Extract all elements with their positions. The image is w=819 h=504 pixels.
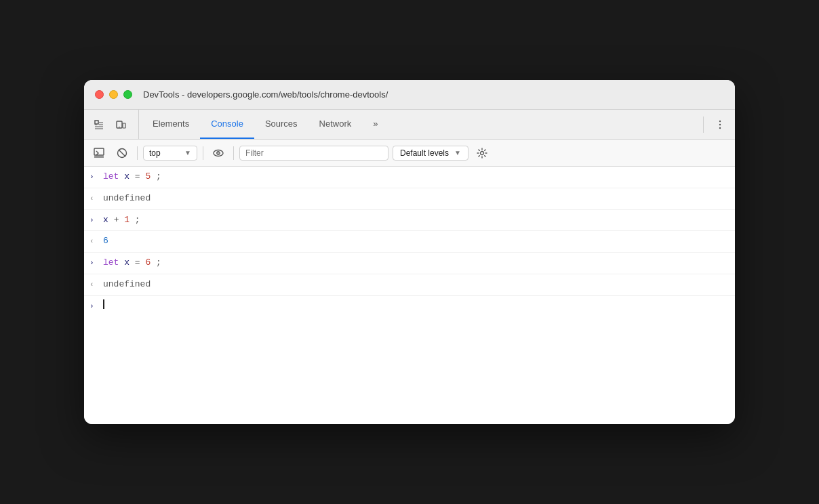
maximize-button[interactable] [123, 90, 132, 99]
console-row-prompt[interactable]: › [84, 296, 735, 316]
svg-line-10 [119, 150, 125, 156]
tab-network[interactable]: Network [308, 110, 363, 139]
console-cursor [103, 299, 104, 309]
toolbar-separator-3 [233, 146, 234, 160]
tab-sources[interactable]: Sources [254, 110, 308, 139]
input-chevron: › [89, 171, 98, 184]
svg-point-4 [719, 120, 721, 121]
close-button[interactable] [95, 90, 104, 99]
tabbar-left-icons [89, 110, 139, 139]
settings-icon[interactable] [473, 144, 492, 163]
inspect-element-icon[interactable] [89, 115, 108, 134]
console-toolbar: top ▼ Default levels ▼ [84, 140, 735, 167]
log-levels-button[interactable]: Default levels ▼ [393, 146, 468, 161]
svg-rect-7 [94, 148, 104, 155]
console-code-3: let x = 6 ; [103, 256, 161, 270]
filter-input[interactable] [239, 146, 388, 161]
console-row-5: › let x = 6 ; [84, 253, 735, 274]
output-chevron-2: ‹ [89, 236, 98, 248]
separator [703, 117, 704, 133]
prompt-chevron: › [89, 301, 98, 313]
console-row-4: ‹ 6 [84, 231, 735, 253]
context-selector[interactable]: top ▼ [143, 146, 197, 161]
svg-point-13 [218, 152, 219, 154]
svg-point-5 [719, 123, 721, 125]
tabbar-right-icons [699, 110, 730, 139]
titlebar: DevTools - developers.google.com/web/too… [84, 80, 735, 110]
svg-rect-2 [123, 123, 125, 128]
tab-elements[interactable]: Elements [142, 110, 200, 139]
svg-rect-0 [95, 121, 98, 124]
svg-point-6 [719, 127, 721, 128]
console-output-1: undefined [103, 192, 151, 206]
console-output-2: 6 [103, 234, 108, 249]
tabs: Elements Console Sources Network » [142, 110, 699, 139]
toolbar-separator-1 [137, 146, 138, 160]
svg-point-3 [119, 126, 119, 127]
output-chevron: ‹ [89, 193, 98, 205]
console-area[interactable]: › let x = 5 ; ‹ undefined › x + 1 ; [84, 167, 735, 424]
eye-icon[interactable] [209, 144, 228, 163]
tab-more[interactable]: » [362, 110, 388, 139]
console-row-2: ‹ undefined [84, 188, 735, 210]
console-output-3: undefined [103, 278, 151, 292]
devtools-window: DevTools - developers.google.com/web/too… [84, 80, 735, 424]
console-code-2: x + 1 ; [103, 213, 140, 228]
svg-rect-8 [94, 156, 104, 158]
console-code-1: let x = 5 ; [103, 170, 161, 184]
input-chevron-3: › [89, 257, 98, 270]
minimize-button[interactable] [109, 90, 118, 99]
traffic-lights [95, 90, 132, 99]
tab-console[interactable]: Console [200, 110, 254, 139]
output-chevron-3: ‹ [89, 279, 98, 291]
console-row-3: › x + 1 ; [84, 210, 735, 232]
window-title: DevTools - developers.google.com/web/too… [143, 89, 388, 100]
console-row-1: › let x = 5 ; [84, 167, 735, 188]
clear-console-icon[interactable] [113, 144, 132, 163]
toolbar-separator-2 [203, 146, 203, 160]
device-toolbar-icon[interactable] [111, 115, 130, 134]
tabbar: Elements Console Sources Network » [84, 110, 735, 140]
input-chevron-2: › [89, 215, 98, 227]
console-row-6: ‹ undefined [84, 274, 735, 296]
more-menu-icon[interactable] [711, 115, 730, 134]
svg-point-14 [480, 151, 483, 154]
show-console-drawer-icon[interactable] [89, 144, 108, 163]
